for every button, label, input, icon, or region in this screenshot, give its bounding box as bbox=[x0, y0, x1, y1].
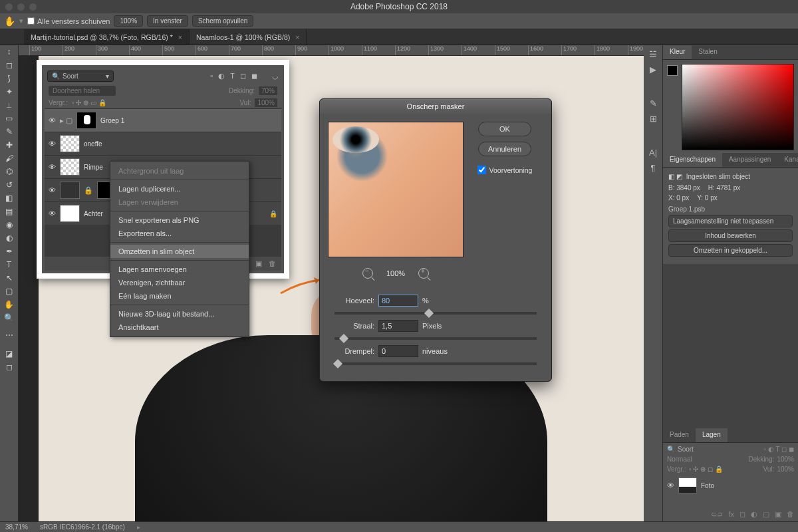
context-menu[interactable]: Achtergrond uit laagLagen dupliceren...L… bbox=[110, 161, 249, 337]
zoom-out-icon[interactable] bbox=[362, 268, 373, 279]
hand-tool2-icon[interactable]: ✋ bbox=[1, 298, 17, 311]
scroll-all-windows-checkbox[interactable]: Alle vensters schuiven bbox=[27, 17, 110, 25]
gradient-tool-icon[interactable]: ▤ bbox=[1, 205, 17, 218]
visibility-icon[interactable]: 👁 bbox=[49, 209, 56, 217]
layers-panel-tabs[interactable]: Paden Lagen bbox=[663, 428, 798, 443]
tab-properties[interactable]: Eigenschappen bbox=[663, 153, 722, 167]
tab-layers[interactable]: Lagen bbox=[696, 428, 728, 442]
dodge-tool-icon[interactable]: ◐ bbox=[1, 231, 17, 245]
quickmask-icon[interactable]: ◻ bbox=[1, 360, 17, 374]
color-field[interactable] bbox=[682, 64, 794, 150]
blend-mode[interactable]: Normaal bbox=[667, 456, 692, 463]
fit-window-button[interactable]: In venster bbox=[147, 15, 188, 27]
tab-channels[interactable]: Kanalen bbox=[777, 153, 798, 167]
amount-input[interactable] bbox=[378, 295, 418, 307]
visibility-icon[interactable]: 👁 bbox=[49, 186, 56, 194]
stamp-tool-icon[interactable]: ⌬ bbox=[1, 165, 17, 178]
menu-item[interactable]: Snel exporteren als PNG bbox=[110, 213, 249, 227]
color-panel-tabs[interactable]: Kleur Stalen bbox=[663, 45, 798, 60]
edit-contents-button[interactable]: Inhoud bewerken bbox=[668, 229, 793, 242]
visibility-icon[interactable]: 👁 bbox=[49, 116, 56, 124]
tab-swatches[interactable]: Stalen bbox=[692, 45, 724, 59]
menu-item[interactable]: Exporteren als... bbox=[110, 227, 249, 240]
color-panel[interactable] bbox=[663, 60, 798, 153]
layer-row-foto[interactable]: 👁 Foto bbox=[667, 475, 794, 495]
cancel-button[interactable]: Annuleren bbox=[478, 142, 531, 156]
edit-toolbar-icon[interactable]: ⋯ bbox=[1, 329, 17, 342]
heal-tool-icon[interactable]: ✚ bbox=[1, 138, 17, 152]
tab-paths[interactable]: Paden bbox=[663, 428, 696, 442]
hand-tool-icon[interactable]: ✋ bbox=[4, 16, 15, 27]
threshold-slider[interactable] bbox=[334, 362, 537, 365]
properties-panel-tabs[interactable]: Eigenschappen Aanpassingen Kanalen bbox=[663, 153, 798, 168]
wand-tool-icon[interactable]: ✦ bbox=[1, 85, 17, 98]
filter-toggle-icon[interactable]: ◡ bbox=[272, 72, 279, 80]
marquee-tool-icon[interactable]: ◻ bbox=[1, 59, 17, 72]
color-toggle-icon[interactable]: ◪ bbox=[1, 347, 17, 360]
shape-tool-icon[interactable]: ▢ bbox=[1, 285, 17, 298]
move-tool-icon[interactable]: ↕ bbox=[1, 45, 17, 59]
zoom-100-button[interactable]: 100% bbox=[114, 15, 143, 27]
history-brush-icon[interactable]: ↺ bbox=[1, 178, 17, 192]
character-icon[interactable]: A| bbox=[649, 148, 657, 158]
preview-checkbox[interactable]: Voorvertoning bbox=[477, 166, 533, 174]
brush-settings-icon[interactable]: ⊞ bbox=[650, 114, 657, 124]
layer-comp-button[interactable]: Laagsamenstelling niet toepassen bbox=[668, 215, 793, 227]
dialog-preview[interactable] bbox=[328, 122, 464, 257]
radius-slider[interactable] bbox=[334, 337, 537, 340]
lock-icon[interactable]: 🔒 bbox=[269, 210, 277, 217]
window-controls[interactable] bbox=[0, 3, 37, 11]
layers-footer[interactable]: ⊂⊃fx◻◐▢▣🗑 bbox=[667, 510, 794, 519]
menu-item[interactable]: Eén laag maken bbox=[110, 289, 249, 303]
fill-screen-button[interactable]: Scherm opvullen bbox=[192, 15, 253, 27]
frame-tool-icon[interactable]: ▭ bbox=[1, 112, 17, 125]
brush-tool-icon[interactable]: 🖌 bbox=[1, 152, 17, 165]
dialog-title[interactable]: Onscherp masker bbox=[320, 99, 551, 114]
tab-adjustments[interactable]: Aanpassingen bbox=[722, 153, 777, 167]
filter-shape-icon[interactable]: ◻ bbox=[240, 72, 246, 80]
blur-tool-icon[interactable]: ◉ bbox=[1, 218, 17, 231]
menu-item[interactable]: Ansichtkaart bbox=[110, 321, 249, 334]
brushes-icon[interactable]: ✎ bbox=[650, 98, 657, 108]
amount-slider[interactable] bbox=[334, 312, 537, 315]
layer-row[interactable]: 👁 ▸ ▢ Groep 1 bbox=[45, 108, 281, 132]
menu-item[interactable]: Lagen dupliceren... bbox=[110, 182, 249, 196]
layer-filter-type[interactable]: Soort bbox=[678, 446, 694, 453]
filter-adjust-icon[interactable]: ◐ bbox=[218, 72, 225, 80]
close-icon[interactable]: × bbox=[178, 33, 182, 41]
document-tab[interactable]: Martijn-tutorial.psd @ 38,7% (Foto, RGB/… bbox=[24, 29, 190, 45]
layer-row[interactable]: 👁 oneffe bbox=[45, 132, 281, 155]
visibility-icon[interactable]: 👁 bbox=[667, 481, 674, 489]
crop-tool-icon[interactable]: ⟂ bbox=[1, 98, 17, 112]
tools-panel[interactable]: ↕ ◻ ⟆ ✦ ⟂ ▭ ✎ ✚ 🖌 ⌬ ↺ ◧ ▤ ◉ ◐ ✒ T ↖ ▢ ✋ … bbox=[0, 45, 19, 521]
threshold-input[interactable] bbox=[378, 345, 418, 357]
zoom-in-icon[interactable] bbox=[418, 268, 429, 279]
eraser-tool-icon[interactable]: ◧ bbox=[1, 192, 17, 205]
visibility-icon[interactable]: 👁 bbox=[49, 163, 56, 171]
zoom-level[interactable]: 38,71% bbox=[5, 523, 28, 531]
document-tab[interactable]: Naamloos-1 @ 100% (RGB/8)× bbox=[190, 29, 307, 45]
type-tool-icon[interactable]: T bbox=[1, 258, 17, 271]
layer-name[interactable]: Foto bbox=[701, 482, 714, 489]
foreground-swatch[interactable] bbox=[667, 65, 678, 76]
lasso-tool-icon[interactable]: ⟆ bbox=[1, 72, 17, 85]
layer-thumb[interactable] bbox=[678, 477, 697, 493]
ok-button[interactable]: OK bbox=[478, 122, 531, 136]
filter-image-icon[interactable]: ▫ bbox=[210, 72, 213, 80]
convert-linked-button[interactable]: Omzetten in gekoppeld... bbox=[668, 244, 793, 257]
menu-item[interactable]: Lagen samenvoegen bbox=[110, 263, 249, 276]
menu-item[interactable]: Nieuwe 3D-laag uit bestand... bbox=[110, 307, 249, 321]
close-icon[interactable]: × bbox=[295, 33, 299, 41]
actions-icon[interactable]: ▶ bbox=[650, 65, 656, 74]
tab-color[interactable]: Kleur bbox=[663, 45, 692, 59]
pen-tool-icon[interactable]: ✒ bbox=[1, 245, 17, 258]
zoom-tool-icon[interactable]: 🔍 bbox=[1, 311, 17, 325]
layer-filter[interactable]: 🔍 Soort ▾ bbox=[47, 70, 114, 82]
history-icon[interactable]: ☱ bbox=[649, 49, 657, 59]
menu-item[interactable]: Verenigen, zichtbaar bbox=[110, 276, 249, 289]
menu-item[interactable]: Omzetten in slim object bbox=[110, 245, 249, 258]
path-tool-icon[interactable]: ↖ bbox=[1, 271, 17, 285]
eyedropper-tool-icon[interactable]: ✎ bbox=[1, 125, 17, 138]
filter-smart-icon[interactable]: ◼ bbox=[251, 72, 257, 80]
visibility-icon[interactable]: 👁 bbox=[49, 140, 56, 148]
